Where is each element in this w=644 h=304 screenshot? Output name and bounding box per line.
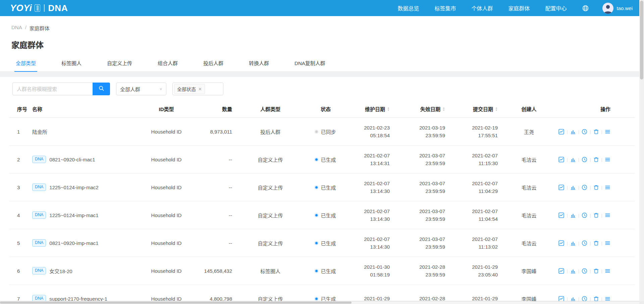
icon-separator: | — [567, 268, 568, 273]
trend-chart-icon[interactable] — [558, 157, 564, 162]
tab-custom-upload[interactable]: 自定义上传 — [107, 59, 132, 71]
dna-badge: DNA — [32, 267, 46, 274]
menu-icon[interactable] — [605, 185, 610, 190]
crowd-type-select[interactable]: 全部人群 ∨ — [116, 83, 166, 95]
close-icon[interactable]: ✕ — [198, 87, 202, 91]
date-value: 2021-02-19 — [448, 124, 498, 132]
cell-status: 已生成 — [304, 267, 347, 274]
breadcrumb: DNA / 家庭群体 — [0, 16, 644, 32]
bar-chart-icon[interactable] — [570, 185, 576, 190]
trash-icon[interactable] — [593, 240, 599, 246]
menu-icon[interactable] — [605, 212, 610, 218]
nav-item-config-center[interactable]: 配置中心 — [545, 4, 567, 12]
icon-separator: | — [567, 157, 568, 162]
clock-icon[interactable] — [582, 212, 587, 218]
status-label: 已生成 — [321, 212, 336, 219]
group-name: 女交18-20 — [49, 267, 72, 274]
status-dot — [315, 298, 318, 300]
page-title: 家庭群体 — [11, 39, 644, 50]
clock-icon[interactable] — [582, 185, 587, 190]
search-group — [12, 83, 110, 95]
globe-icon[interactable] — [582, 5, 589, 12]
trash-icon[interactable] — [593, 268, 599, 274]
nav-item-tag-market[interactable]: 标签集市 — [434, 4, 456, 12]
bar-chart-icon[interactable] — [570, 296, 576, 302]
clock-icon[interactable] — [582, 268, 587, 274]
user-menu[interactable]: tao.wei — [602, 3, 633, 14]
menu-icon[interactable] — [605, 296, 610, 302]
trend-chart-icon[interactable] — [558, 212, 564, 218]
menu-icon[interactable] — [605, 157, 610, 162]
sort-caret-icon: ▲▼ — [387, 107, 390, 111]
trash-icon[interactable] — [593, 157, 599, 162]
search-input[interactable] — [12, 83, 93, 95]
cell-maintain-date: 2021-02-07 13:14:30 — [347, 180, 391, 195]
trend-chart-icon[interactable] — [558, 296, 564, 302]
horizontal-scrollbar[interactable] — [0, 301, 639, 304]
horizontal-scrollbar-thumb[interactable] — [0, 302, 352, 304]
breadcrumb-root[interactable]: DNA — [11, 24, 22, 32]
status-dot — [315, 270, 318, 272]
trash-icon[interactable] — [593, 185, 599, 190]
clock-icon[interactable] — [582, 129, 587, 135]
time-value: 11:15:30 — [448, 159, 498, 167]
nav-item-data-overview[interactable]: 数据总览 — [397, 4, 419, 12]
trash-icon[interactable] — [593, 296, 599, 302]
date-value: 2021-03-07 — [392, 235, 445, 243]
cell-count: -- — [197, 240, 237, 246]
status-filter-box[interactable]: 全部状态 ✕ — [172, 83, 223, 95]
cell-name: DNA 1225~0124-imp-mac1 — [31, 211, 136, 219]
icon-separator: | — [578, 241, 579, 246]
clock-icon[interactable] — [582, 240, 587, 246]
vertical-scrollbar[interactable] — [639, 0, 644, 301]
cell-id-type: Household ID — [136, 268, 197, 274]
clock-icon[interactable] — [582, 296, 587, 302]
menu-icon[interactable] — [605, 240, 610, 246]
trend-chart-icon[interactable] — [558, 268, 564, 274]
bar-chart-icon[interactable] — [570, 129, 576, 135]
col-maintain-date-sort[interactable]: 维护日期 ▲▼ — [347, 105, 391, 112]
cell-actions: |||| — [559, 185, 619, 190]
tab-combined-crowd[interactable]: 组合人群 — [158, 59, 178, 71]
bar-chart-icon[interactable] — [570, 268, 576, 274]
app-logo[interactable]: YOYi 悠易 DNA — [10, 3, 68, 13]
bar-chart-icon[interactable] — [570, 240, 576, 246]
icon-separator: | — [590, 213, 591, 218]
tab-post-delivery-crowd[interactable]: 投后人群 — [203, 59, 223, 71]
trash-icon[interactable] — [593, 212, 599, 218]
icon-separator: | — [567, 296, 568, 301]
time-value: 01:58:19 — [349, 271, 390, 278]
col-expire-date-sort[interactable]: 失效日期 ▲▼ — [391, 105, 446, 112]
status-filter-tag: 全部状态 ✕ — [174, 84, 205, 94]
tab-converted-crowd[interactable]: 转换人群 — [249, 59, 269, 71]
menu-icon[interactable] — [605, 268, 610, 274]
trend-chart-icon[interactable] — [558, 129, 564, 135]
tab-all-types[interactable]: 全部类型 — [16, 59, 36, 71]
col-submit-date-sort[interactable]: 提交日期 ▲▼ — [446, 105, 499, 112]
cell-expire-date: 2021-02-28 23:59:59 — [391, 263, 446, 279]
clock-icon[interactable] — [582, 157, 587, 162]
trash-icon[interactable] — [593, 129, 599, 135]
icon-separator: | — [590, 185, 591, 190]
cell-index: 1 — [9, 129, 31, 135]
logo-divider — [44, 4, 45, 12]
trend-chart-icon[interactable] — [558, 240, 564, 246]
nav-item-household-crowd[interactable]: 家庭群体 — [508, 4, 530, 12]
bar-chart-icon[interactable] — [570, 157, 576, 162]
search-button[interactable] — [93, 83, 110, 95]
nav-item-individual-crowd[interactable]: 个体人群 — [471, 4, 493, 12]
cell-crowd-type: 自定义上传 — [237, 240, 304, 247]
cell-expire-date: 2021-03-19 23:59:59 — [391, 124, 446, 140]
logo-seal: 悠易 — [35, 4, 40, 12]
trend-chart-icon[interactable] — [558, 185, 564, 190]
bar-chart-icon[interactable] — [570, 212, 576, 218]
logo-brand-text: YOYi — [10, 3, 32, 13]
icon-separator: | — [601, 241, 602, 246]
vertical-scrollbar-thumb[interactable] — [640, 1, 643, 80]
tab-tag-circle[interactable]: 标签圈人 — [61, 59, 82, 71]
status-dot — [315, 186, 318, 189]
menu-icon[interactable] — [605, 129, 610, 135]
status-label: 已生成 — [321, 184, 336, 191]
cell-count: 8,973,011 — [197, 129, 237, 135]
tab-dna-copy-crowd[interactable]: DNA复制人群 — [294, 59, 325, 71]
